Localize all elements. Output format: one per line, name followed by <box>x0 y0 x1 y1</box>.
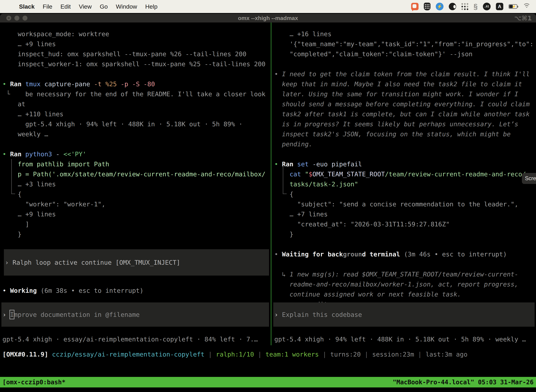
terminal-line: gpt-5.4 xhigh · 94% left · 488K in · 5.1… <box>2 119 270 129</box>
terminal-line: inspect_worker-1: omx sparkshell --tmux-… <box>2 59 270 69</box>
menu-app-name[interactable]: Slack <box>19 3 35 10</box>
battery-icon[interactable]: ⚡ <box>509 4 517 9</box>
tmux-session-label: [omx-cczip0:bash* <box>2 377 65 387</box>
tmux-host-clock: "MacBook-Pro-44.local" 05:03 31-Mar-26 <box>393 377 534 387</box>
right-pane-output: … +16 lines '{"team_name":"my-team","tas… <box>272 23 536 309</box>
input-placeholder: mprove documentation in @filename <box>14 310 140 320</box>
terminal-line: ↳ 1 new msg(s): read $OMX_TEAM_STATE_ROO… <box>274 269 536 279</box>
terminal-line: • Ran set -euo pipefail <box>274 159 536 169</box>
terminal-line: … +9 lines <box>2 39 270 49</box>
terminal-line: workspace_mode: worktree <box>2 29 270 39</box>
right-prompt-input[interactable]: › Explain this codebase <box>273 303 535 327</box>
terminal-line <box>274 149 536 159</box>
right-pane-status-line: gpt-5.4 xhigh · 94% left · 488K in · 5.1… <box>274 334 536 344</box>
terminal-line: should send a message before completing … <box>274 99 536 109</box>
menu-item-help[interactable]: Help <box>145 3 158 10</box>
left-pane-status-line: gpt-5.4 xhigh · essay/ai-reimplementatio… <box>2 334 270 344</box>
wifi-icon[interactable] <box>523 3 531 10</box>
terminal-line: keep that in mind. Maybe I also need the… <box>274 79 536 89</box>
terminal-line: continue assigned work or next feasible … <box>274 289 536 299</box>
terminal-line <box>2 139 270 149</box>
terminal-line: } <box>2 229 270 239</box>
terminal-window: omx --xhigh --madmax ⌥⌘1 workspace_mode:… <box>0 14 536 392</box>
shield-grid-icon[interactable] <box>424 3 431 10</box>
terminal-pane-left[interactable]: workspace_mode: worktree … +9 lines insp… <box>0 23 270 345</box>
output-connector-line <box>283 167 287 194</box>
omx-status-bar: [OMX#0.11.9] cczip/essay/ai-reimplementa… <box>0 349 536 360</box>
terminal-line: ] <box>2 219 270 229</box>
terminal-line: … +7 lines <box>274 209 536 219</box>
terminal-line: inspect task2's JSON, focusing on the st… <box>274 129 536 139</box>
terminal-line: └ be necessary for the end of the README… <box>2 89 270 99</box>
terminal-line: cat "$OMX_TEAM_STATE_ROOT/team/review-cu… <box>274 169 536 179</box>
terminal-pane-right[interactable]: … +16 lines '{"team_name":"my-team","tas… <box>272 23 536 345</box>
terminal-line: • Waiting for background terminal (3m 46… <box>274 249 536 259</box>
prompt-chevron-icon: › <box>2 310 10 320</box>
left-prompt-input[interactable]: › Improve documentation in @filename <box>1 303 269 327</box>
terminal-line: p = Path('.omx/state/team/review-current… <box>2 169 270 179</box>
window-shortcut-hint: ⌥⌘1 <box>514 14 532 22</box>
prompt-chevron-icon: › <box>274 310 282 320</box>
terminal-line: • I need to get the claim token from the… <box>274 69 536 79</box>
menu-item-go[interactable]: Go <box>100 3 108 10</box>
s-curve-icon[interactable]: § <box>474 2 478 11</box>
terminal-line: inspect_hud: omx sparkshell --tmux-pane … <box>2 49 270 59</box>
dots-grid-icon[interactable] <box>461 3 468 10</box>
terminal-line: readme-and-reco/mailbox/worker-1.json, a… <box>274 279 536 289</box>
terminal-line: pending. <box>274 139 536 149</box>
dark-crescent-icon[interactable] <box>449 3 456 10</box>
terminal-line: "completed","claim_token":"claim-token"}… <box>274 49 536 59</box>
screen-tooltip: Scre <box>522 173 536 184</box>
terminal-line: "created_at": "2026-03-31T11:59:27.816Z" <box>274 219 536 229</box>
terminal-line: is in progress? It seems likely but perh… <box>274 119 536 129</box>
menu-item-view[interactable]: View <box>79 3 92 10</box>
blue-badge-icon[interactable]: ⚡ <box>436 3 444 10</box>
terminal-line: • Working (6m 38s • esc to interrupt) <box>2 285 270 296</box>
terminal-line <box>274 239 536 249</box>
terminal-line: … +3 lines <box>2 179 270 189</box>
pane-divider[interactable] <box>271 23 271 345</box>
left-pane-output: workspace_mode: worktree … +9 lines insp… <box>0 23 270 296</box>
window-title: omx --xhigh --madmax <box>0 15 536 21</box>
terminal-line: … +9 lines <box>2 209 270 219</box>
terminal-line: • Ran python3 - <<'PY' <box>2 149 270 159</box>
terminal-line: { <box>2 189 270 199</box>
terminal-line <box>2 275 270 285</box>
terminal-line: from pathlib import Path <box>2 159 270 169</box>
input-placeholder: Explain this codebase <box>282 310 362 320</box>
menu-item-edit[interactable]: Edit <box>61 3 71 10</box>
terminal-line: at <box>2 99 270 109</box>
terminal-line <box>2 239 270 249</box>
terminal-line: } <box>274 229 536 239</box>
stats-circle-icon[interactable]: ..61 <box>483 3 491 10</box>
terminal-line <box>274 59 536 69</box>
output-connector-line <box>11 159 15 194</box>
orange-chat-icon[interactable] <box>411 3 419 10</box>
terminal-line: … +110 lines <box>2 109 270 119</box>
terminal-line: tasks/task-2.json" <box>274 179 536 189</box>
terminal-line: later. Using the same for transition mig… <box>274 89 536 99</box>
macos-menu-bar: Slack File Edit View Go Window Help ⚡ § … <box>0 0 536 13</box>
terminal-line <box>2 69 270 79</box>
terminal-line <box>274 259 536 269</box>
terminal-line: … +16 lines <box>274 29 536 39</box>
terminal-line: { <box>274 189 536 199</box>
terminal-line: • Ran tmux capture-pane -t %25 -p -S -80 <box>2 79 270 89</box>
tmux-status-bar: [omx-cczip0:bash* "MacBook-Pro-44.local"… <box>0 377 536 387</box>
inject-banner: › Ralph loop active continue [OMX_TMUX_I… <box>4 249 269 275</box>
menu-bar-status-area: ⚡ § ..61 A ⚡ <box>411 2 531 11</box>
terminal-content: workspace_mode: worktree … +9 lines insp… <box>0 23 536 345</box>
window-title-bar[interactable]: omx --xhigh --madmax ⌥⌘1 <box>0 14 536 23</box>
menu-item-file[interactable]: File <box>43 3 53 10</box>
input-source-icon[interactable]: A <box>496 3 503 10</box>
menu-item-window[interactable]: Window <box>116 3 137 10</box>
terminal-line: "worker": "worker-1", <box>2 199 270 209</box>
text-cursor: I <box>10 310 14 319</box>
terminal-line: weekly … <box>2 129 270 139</box>
terminal-line: task2 after task1 is complete, but can I… <box>274 109 536 119</box>
terminal-line: "subject": "send a concise recommendatio… <box>274 199 536 209</box>
terminal-line: '{"team_name":"my-team","task_id":"1","f… <box>274 39 536 49</box>
